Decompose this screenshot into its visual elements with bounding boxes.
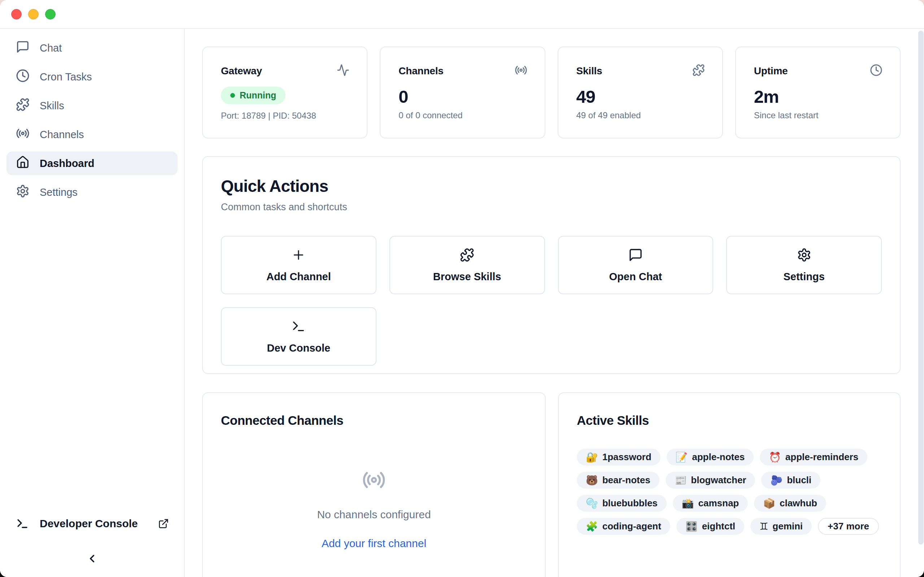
channels-empty-state: No channels configured Add your first ch… [221, 428, 527, 550]
quick-actions-title: Quick Actions [221, 176, 882, 196]
developer-console-label: Developer Console [40, 517, 158, 530]
window-titlebar[interactable] [0, 0, 924, 29]
sidebar-item-skills[interactable]: Skills [6, 94, 178, 118]
puzzle-icon [460, 248, 474, 264]
external-link-icon [158, 518, 169, 529]
settings-label: Settings [783, 271, 824, 283]
gear-icon [797, 248, 811, 264]
uptime-subtext: Since last restart [754, 110, 882, 121]
sidebar-item-label: Channels [40, 129, 84, 141]
message-square-icon [16, 40, 30, 56]
package-emoji: 📦 [763, 498, 775, 509]
clock-icon [16, 69, 30, 85]
active-skills-title: Active Skills [577, 413, 882, 428]
gateway-status-label: Running [240, 90, 276, 101]
open-chat-label: Open Chat [609, 271, 662, 283]
add-channel-button[interactable]: Add Channel [221, 236, 376, 294]
skill-chip-bluebubbles[interactable]: 🫧bluebubbles [577, 495, 667, 512]
radio-icon [16, 127, 30, 143]
skill-chip-blogwatcher[interactable]: 📰blogwatcher [666, 472, 756, 488]
bear-emoji: 🐻 [586, 475, 598, 486]
locked-with-key-emoji: 🔐 [586, 451, 598, 463]
puzzle-piece-emoji: 🧩 [586, 521, 598, 532]
open-chat-button[interactable]: Open Chat [558, 236, 714, 294]
puzzle-icon [692, 64, 705, 78]
bottom-row: Connected Channels No channels configure… [202, 392, 901, 577]
app-window: Chat Cron Tasks Skills Channels [0, 0, 924, 577]
gateway-status-badge: Running [221, 87, 286, 104]
stats-row: Gateway Running Port: 18789 | PID: 50438… [202, 47, 901, 139]
gateway-card-title: Gateway [221, 65, 262, 77]
sidebar-item-cron-tasks[interactable]: Cron Tasks [6, 65, 178, 89]
minimize-window-button[interactable] [28, 9, 39, 19]
desktop-background: Chat Cron Tasks Skills Channels [0, 0, 924, 577]
radio-icon [362, 428, 386, 493]
sidebar-item-dashboard[interactable]: Dashboard [6, 152, 178, 175]
dev-console-label: Dev Console [267, 342, 331, 354]
gateway-card: Gateway Running Port: 18789 | PID: 50438 [202, 47, 367, 139]
no-channels-text: No channels configured [317, 508, 431, 521]
skill-chip-apple-notes[interactable]: 📝apple-notes [667, 449, 754, 466]
sidebar-item-settings[interactable]: Settings [6, 180, 178, 204]
skills-card: Skills 49 49 of 49 enabled [558, 47, 723, 139]
connected-channels-title: Connected Channels [221, 413, 527, 428]
browse-skills-label: Browse Skills [433, 271, 501, 283]
channels-subtext: 0 of 0 connected [399, 110, 527, 121]
radio-icon [515, 64, 527, 78]
memo-emoji: 📝 [676, 451, 688, 463]
skill-chip-apple-reminders[interactable]: ⏰apple-reminders [760, 449, 867, 466]
more-skills-chip[interactable]: +37 more [818, 518, 879, 535]
dev-console-button[interactable]: Dev Console [221, 307, 376, 366]
uptime-card-title: Uptime [754, 65, 788, 77]
message-square-icon [628, 248, 643, 264]
plus-icon [291, 248, 306, 264]
skill-chip-camsnap[interactable]: 📸camsnap [673, 495, 748, 512]
skill-chip-gemini[interactable]: ♊gemini [750, 518, 812, 535]
browse-skills-button[interactable]: Browse Skills [389, 236, 545, 294]
sidebar-item-label: Dashboard [40, 158, 94, 169]
settings-button[interactable]: Settings [726, 236, 882, 294]
clock-icon [870, 64, 882, 78]
vertical-scrollbar-thumb[interactable] [918, 31, 924, 545]
newspaper-emoji: 📰 [675, 475, 687, 486]
skill-chip-blucli[interactable]: 🫐blucli [761, 472, 821, 488]
skill-chip-clawhub[interactable]: 📦clawhub [754, 495, 826, 512]
alarm-clock-emoji: ⏰ [769, 451, 781, 463]
skill-chip-coding-agent[interactable]: 🧩coding-agent [577, 518, 670, 535]
home-icon [16, 155, 30, 172]
gemini-emoji: ♊ [759, 521, 768, 532]
quick-actions-subtitle: Common tasks and shortcuts [221, 201, 882, 213]
close-window-button[interactable] [11, 9, 22, 19]
activity-icon [337, 64, 349, 78]
developer-console-link[interactable]: Developer Console [16, 514, 169, 534]
sidebar-nav: Chat Cron Tasks Skills Channels [0, 29, 184, 204]
add-channel-label: Add Channel [267, 271, 331, 283]
control-knobs-emoji: 🎛️ [685, 521, 698, 532]
skill-chips: 🔐1password 📝apple-notes ⏰apple-reminders… [577, 449, 882, 535]
sidebar-item-label: Skills [40, 100, 64, 112]
bubbles-emoji: 🫧 [586, 498, 598, 509]
sidebar: Chat Cron Tasks Skills Channels [0, 29, 185, 577]
zoom-window-button[interactable] [45, 9, 56, 19]
add-first-channel-link[interactable]: Add your first channel [321, 537, 426, 550]
connected-channels-panel: Connected Channels No channels configure… [202, 392, 546, 577]
skill-chip-eightctl[interactable]: 🎛️eightctl [677, 518, 744, 535]
sidebar-item-label: Settings [40, 187, 78, 198]
puzzle-icon [16, 98, 30, 114]
main-content: Gateway Running Port: 18789 | PID: 50438… [186, 29, 924, 577]
camera-flash-emoji: 📸 [682, 498, 694, 509]
blueberries-emoji: 🫐 [770, 475, 782, 486]
skill-chip-bear-notes[interactable]: 🐻bear-notes [577, 472, 659, 488]
terminal-icon [16, 517, 29, 530]
terminal-icon [291, 319, 306, 335]
collapse-sidebar-button[interactable] [0, 553, 184, 566]
status-dot [230, 93, 235, 98]
skill-chip-1password[interactable]: 🔐1password [577, 449, 661, 466]
uptime-value: 2m [754, 87, 882, 107]
sidebar-item-channels[interactable]: Channels [6, 122, 178, 147]
skills-card-title: Skills [577, 65, 603, 77]
gateway-port-pid: Port: 18789 | PID: 50438 [221, 111, 349, 121]
sidebar-item-chat[interactable]: Chat [6, 36, 178, 60]
channels-card-title: Channels [399, 65, 443, 77]
chevron-left-icon [86, 553, 98, 566]
